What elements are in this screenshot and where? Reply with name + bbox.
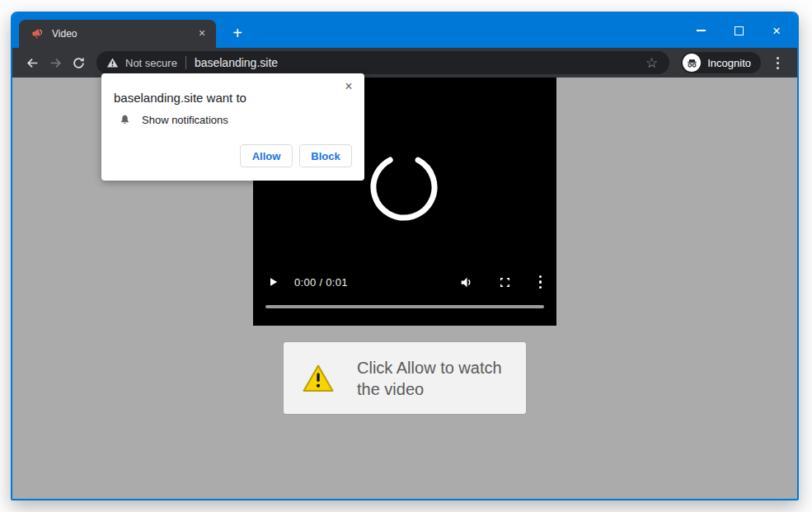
tab-close-icon[interactable]: × <box>195 26 209 41</box>
video-kebab-menu-icon <box>539 275 542 289</box>
video-time: 0:00 / 0:01 <box>294 276 348 289</box>
tab-title: Video <box>52 28 195 40</box>
incognito-label: Incognito <box>707 57 751 69</box>
prompt-message: Click Allow to watch the video <box>357 357 519 400</box>
volume-icon <box>459 275 473 289</box>
video-menu-button[interactable] <box>539 275 542 289</box>
reload-icon <box>72 56 86 70</box>
window-maximize-button[interactable] <box>720 13 758 48</box>
security-label: Not secure <box>125 57 177 69</box>
forward-arrow-icon <box>49 56 63 70</box>
warning-triangle-icon <box>302 364 335 393</box>
titlebar: Video × + × <box>12 13 797 48</box>
fullscreen-button[interactable] <box>499 276 511 289</box>
notification-permission-dialog: baselanding.site want to × Show notifica… <box>101 73 364 181</box>
volume-button[interactable] <box>459 275 473 289</box>
browser-window: Video × + × <box>11 12 799 500</box>
window-caption-buttons: × <box>682 13 796 48</box>
back-button[interactable] <box>21 51 44 74</box>
incognito-icon <box>683 54 701 72</box>
browser-tab[interactable]: Video × <box>19 20 216 48</box>
play-icon <box>268 276 279 288</box>
address-divider <box>185 56 186 69</box>
dialog-close-icon[interactable]: × <box>341 79 356 94</box>
bell-icon <box>119 114 131 126</box>
incognito-badge: Incognito <box>681 52 761 73</box>
permission-label: Show notifications <box>142 114 228 126</box>
kebab-menu-icon <box>777 57 779 69</box>
loading-spinner-icon <box>368 151 440 223</box>
new-tab-button[interactable]: + <box>228 24 247 44</box>
back-arrow-icon <box>26 56 40 70</box>
click-allow-prompt: Click Allow to watch the video <box>284 342 526 414</box>
window-close-icon: × <box>772 24 781 38</box>
play-button[interactable] <box>268 276 279 288</box>
dialog-title: baselanding.site want to <box>114 91 246 105</box>
address-bar[interactable]: Not secure baselanding.site ☆ <box>96 51 669 74</box>
permission-row: Show notifications <box>119 114 228 126</box>
fullscreen-icon <box>499 276 511 289</box>
forward-button[interactable] <box>44 51 67 74</box>
window-close-button[interactable]: × <box>758 13 796 48</box>
allow-button[interactable]: Allow <box>240 144 293 167</box>
window-minimize-button[interactable] <box>682 13 720 48</box>
not-secure-warning-icon <box>106 57 119 68</box>
browser-menu-button[interactable] <box>766 51 789 74</box>
url-text: baselanding.site <box>195 56 644 69</box>
video-controls: 0:00 / 0:01 <box>253 272 556 292</box>
reload-button[interactable] <box>67 51 90 74</box>
block-button[interactable]: Block <box>299 144 352 167</box>
megaphone-favicon-icon <box>31 27 44 40</box>
maximize-icon <box>735 26 744 35</box>
minimize-icon <box>697 30 706 31</box>
bookmark-star-icon[interactable]: ☆ <box>644 56 659 70</box>
video-progress-bar[interactable] <box>265 305 544 308</box>
